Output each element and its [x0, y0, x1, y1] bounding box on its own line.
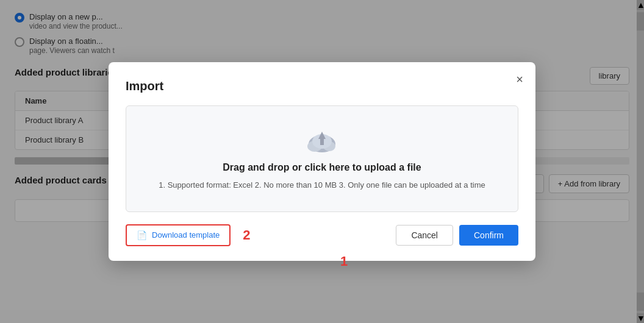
svg-rect-5	[320, 137, 324, 145]
download-template-label: Download template	[152, 230, 220, 240]
modal-action-buttons: Cancel Confirm	[396, 225, 518, 246]
upload-drop-zone[interactable]: Drag and drop or click here to upload a …	[126, 105, 518, 212]
modal-footer: 📄 Download template 2 Cancel Confirm	[126, 224, 518, 246]
upload-title: Drag and drop or click here to upload a …	[138, 162, 506, 173]
cancel-button[interactable]: Cancel	[396, 225, 453, 246]
download-doc-icon: 📄	[137, 230, 147, 240]
upload-description: 1. Supported format: Excel 2. No more th…	[138, 179, 506, 192]
import-modal: Import × Drag and drop or click here to …	[109, 62, 535, 261]
modal-close-button[interactable]: ×	[516, 73, 523, 85]
step-2-number: 2	[243, 229, 250, 242]
modal-title: Import	[126, 79, 518, 93]
cloud-upload-icon	[304, 126, 340, 155]
modal-overlay: Import × Drag and drop or click here to …	[0, 0, 644, 323]
download-template-button[interactable]: 📄 Download template	[126, 224, 231, 246]
confirm-button[interactable]: Confirm	[459, 225, 518, 246]
